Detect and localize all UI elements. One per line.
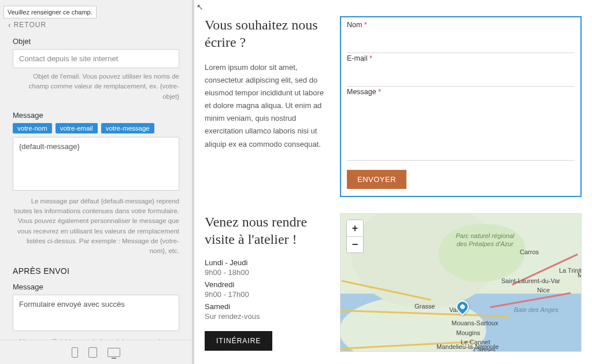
map-city-label: Mougins [456, 329, 480, 336]
hours-day: Lundi - Jeudi [205, 258, 326, 267]
message-field-label: Message * [347, 88, 575, 96]
phone-icon[interactable] [72, 347, 78, 358]
replacement-tags: votre-nom votre-email votre-message [13, 123, 179, 133]
hours-day: Samedi [205, 302, 326, 311]
visit-heading: Venez nous rendre visite à l'atelier ! [205, 213, 326, 248]
name-field[interactable] [347, 30, 575, 53]
sea-label: Baie des Anges [514, 306, 558, 313]
tablet-icon[interactable] [88, 347, 97, 358]
after-send-textarea[interactable]: Formulaire envoyé avec succès [13, 295, 179, 331]
device-preview-bar [0, 340, 192, 364]
map-zoom-control: + − [346, 220, 364, 253]
zoom-out-button[interactable]: − [347, 236, 363, 252]
map-city-label: Nice [537, 287, 550, 294]
contact-form: Nom * E-mail * Message * ENVOYER [340, 16, 582, 197]
collapse-panel-icon[interactable]: ↖ [197, 2, 204, 12]
settings-sidebar: Veuillez renseigner ce champ. ‹ RETOUR O… [0, 0, 194, 364]
message-textarea[interactable]: {default-message} [13, 137, 179, 191]
map-city-label: Mouans-Sartoux [452, 320, 498, 326]
tag-votre-message[interactable]: votre-message [101, 123, 154, 133]
objet-help: Objet de l'email. Vous pouvez utiliser l… [13, 72, 179, 102]
hours-time: 9h00 - 17h00 [205, 290, 326, 299]
name-field-label: Nom * [347, 21, 575, 29]
map-city-label: Grasse [415, 303, 435, 310]
tag-votre-email[interactable]: votre-email [56, 123, 98, 133]
after-send-title: APRÈS ENVOI [0, 262, 192, 279]
validation-tooltip: Veuillez renseigner ce champ. [3, 6, 97, 18]
hours-time: 9h00 - 18h00 [205, 268, 326, 277]
after-send-message-label: Message [13, 283, 179, 291]
directions-button[interactable]: ITINÉRAIRE [205, 331, 272, 351]
objet-input[interactable] [13, 49, 179, 68]
map-city-label: Cannes [473, 347, 495, 352]
hours-time: Sur rendez-vous [205, 312, 326, 321]
contact-description: Lorem ipsum dolor sit amet, consectetur … [205, 61, 326, 151]
message-field[interactable] [347, 97, 575, 161]
page-preview: ↖ Vous souhaitez nous écrire ? Lorem ips… [194, 0, 592, 364]
zoom-in-button[interactable]: + [347, 220, 363, 236]
message-label: Message [13, 111, 179, 120]
objet-label: Objet [13, 37, 179, 46]
submit-button[interactable]: ENVOYER [347, 170, 406, 189]
desktop-icon[interactable] [108, 348, 120, 357]
message-help: Le message par défaut {default-message} … [13, 196, 179, 257]
map-city-label: Saint-Laurent-du-Var [501, 277, 560, 284]
tag-votre-nom[interactable]: votre-nom [13, 123, 52, 133]
chevron-left-icon: ‹ [8, 21, 12, 29]
map-city-label: Mon [578, 272, 582, 278]
email-field[interactable] [347, 64, 575, 87]
opening-hours: Lundi - Jeudi 9h00 - 18h00 Vendredi 9h00… [205, 258, 326, 321]
email-field-label: E-mail * [347, 54, 575, 62]
map-city-label: Carros [520, 248, 539, 255]
back-label: RETOUR [14, 21, 46, 29]
park-label: Parc naturel régional des Préalpes d'Azu… [450, 232, 520, 248]
contact-heading: Vous souhaitez nous écrire ? [205, 16, 326, 51]
hours-day: Vendredi [205, 280, 326, 289]
location-map[interactable]: Parc naturel régional des Préalpes d'Azu… [340, 213, 582, 352]
